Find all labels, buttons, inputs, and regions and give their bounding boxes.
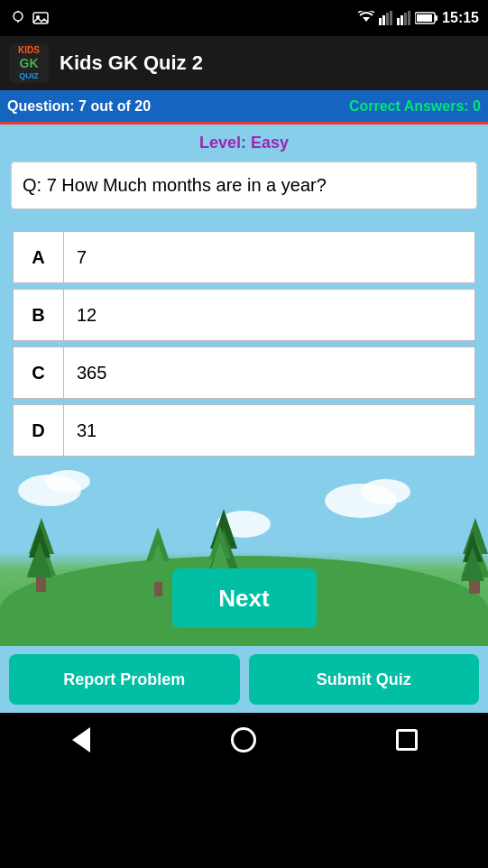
svg-rect-9	[390, 11, 392, 25]
option-letter-d: D	[13, 404, 63, 457]
app-logo: KIDS GK QUIZ	[9, 43, 49, 83]
option-row-a[interactable]: A7	[13, 231, 475, 283]
status-icons-right: 15:15	[357, 10, 479, 26]
battery-icon	[415, 11, 438, 25]
level-label: Level: Easy	[11, 134, 477, 152]
bottom-bar: Report Problem Submit Quiz	[0, 646, 488, 713]
svg-rect-12	[404, 13, 407, 25]
correct-answers: Correct Answers: 0	[349, 98, 481, 115]
option-row-b[interactable]: B12	[13, 289, 475, 341]
app-title: Kids GK Quiz 2	[60, 51, 203, 75]
option-row-d[interactable]: D31	[13, 404, 475, 457]
question-box: Q: 7 How Much months are in a year?	[11, 162, 477, 209]
option-value-a[interactable]: 7	[63, 231, 475, 283]
question-counter: Question: 7 out of 20	[7, 98, 151, 115]
option-letter-c: C	[13, 346, 63, 399]
logo-gk-text: GK	[18, 56, 40, 71]
quiz-area: Level: Easy Q: 7 How Much months are in …	[0, 125, 488, 457]
report-problem-button[interactable]: Report Problem	[9, 654, 240, 705]
status-bar: 15:15	[0, 0, 488, 36]
tree-3	[144, 527, 171, 596]
app-bar: KIDS GK QUIZ Kids GK Quiz 2	[0, 36, 488, 90]
recents-nav-button[interactable]	[391, 724, 423, 756]
svg-rect-16	[417, 14, 432, 22]
submit-quiz-button[interactable]: Submit Quiz	[249, 654, 480, 705]
svg-rect-11	[401, 15, 403, 25]
landscape: Next	[0, 457, 488, 646]
svg-rect-10	[397, 18, 400, 25]
option-row-c[interactable]: C365	[13, 346, 475, 399]
svg-point-0	[14, 12, 23, 21]
option-letter-a: A	[13, 231, 63, 283]
svg-marker-5	[363, 17, 370, 22]
back-nav-button[interactable]	[65, 724, 97, 756]
logo-kids-text: KIDS	[18, 45, 40, 56]
option-value-b[interactable]: 12	[63, 289, 475, 341]
tree-7	[461, 531, 484, 594]
recents-icon	[396, 729, 418, 751]
svg-rect-6	[379, 18, 382, 25]
status-icons-left	[9, 11, 49, 25]
tree-2	[27, 525, 52, 592]
option-value-c[interactable]: 365	[63, 346, 475, 399]
wifi-icon	[357, 11, 375, 25]
svg-rect-7	[382, 15, 385, 25]
option-letter-b: B	[13, 289, 63, 341]
cloud-2	[45, 470, 90, 493]
home-nav-button[interactable]	[227, 724, 260, 756]
android-icon	[9, 11, 27, 25]
svg-rect-8	[386, 13, 389, 25]
svg-rect-13	[408, 11, 410, 25]
nav-bar	[0, 713, 488, 767]
cloud-4	[361, 479, 410, 504]
counter-bar: Question: 7 out of 20 Correct Answers: 0	[0, 90, 488, 125]
logo-quiz-text: QUIZ	[18, 71, 40, 81]
options-container: A7B12C365D31	[11, 231, 477, 457]
next-button[interactable]: Next	[172, 568, 317, 628]
svg-rect-15	[435, 15, 437, 21]
signal-icon-1	[379, 11, 393, 25]
back-icon	[72, 727, 90, 753]
svg-rect-3	[33, 13, 48, 23]
status-time: 15:15	[442, 10, 479, 26]
photo-icon	[32, 11, 49, 25]
home-icon	[231, 727, 256, 753]
signal-icon-2	[397, 11, 411, 25]
option-value-d[interactable]: 31	[63, 404, 475, 457]
